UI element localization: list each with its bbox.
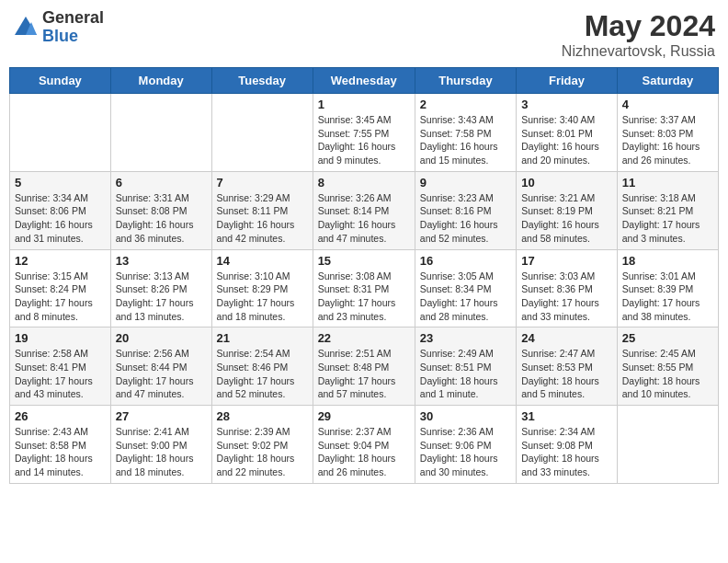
- calendar-cell: 30Sunrise: 2:36 AMSunset: 9:06 PMDayligh…: [415, 406, 516, 484]
- day-number: 31: [521, 409, 612, 423]
- logo: General Blue: [13, 9, 104, 46]
- day-info: Sunrise: 2:49 AMSunset: 8:51 PMDaylight:…: [420, 347, 511, 401]
- calendar-cell: 27Sunrise: 2:41 AMSunset: 9:00 PMDayligh…: [110, 406, 211, 484]
- weekday-header-sunday: Sunday: [10, 68, 111, 94]
- day-info: Sunrise: 3:03 AMSunset: 8:36 PMDaylight:…: [521, 270, 612, 324]
- day-number: 22: [318, 331, 410, 345]
- day-number: 29: [318, 409, 410, 423]
- day-info: Sunrise: 2:54 AMSunset: 8:46 PMDaylight:…: [217, 347, 308, 401]
- day-number: 2: [420, 98, 511, 111]
- calendar-cell: 15Sunrise: 3:08 AMSunset: 8:31 PMDayligh…: [313, 249, 415, 327]
- day-number: 30: [420, 409, 511, 423]
- day-number: 25: [622, 331, 713, 345]
- calendar-cell: 22Sunrise: 2:51 AMSunset: 8:48 PMDayligh…: [313, 327, 415, 406]
- day-info: Sunrise: 3:40 AMSunset: 8:01 PMDaylight:…: [521, 113, 612, 167]
- day-number: 4: [622, 98, 713, 111]
- day-number: 7: [217, 176, 308, 190]
- day-number: 5: [15, 176, 106, 190]
- calendar-cell: 1Sunrise: 3:45 AMSunset: 7:55 PMDaylight…: [313, 94, 415, 172]
- day-info: Sunrise: 3:05 AMSunset: 8:34 PMDaylight:…: [420, 270, 511, 324]
- logo-text: General Blue: [42, 9, 104, 46]
- calendar-cell: 7Sunrise: 3:29 AMSunset: 8:11 PMDaylight…: [211, 171, 313, 249]
- day-number: 23: [420, 331, 511, 345]
- title-block: May 2024 Nizhnevartovsk, Russia: [562, 9, 715, 60]
- calendar-cell: 31Sunrise: 2:34 AMSunset: 9:08 PMDayligh…: [517, 406, 618, 484]
- calendar-cell: 17Sunrise: 3:03 AMSunset: 8:36 PMDayligh…: [517, 249, 618, 327]
- weekday-header-monday: Monday: [110, 68, 211, 94]
- day-number: 17: [521, 254, 612, 268]
- logo-blue-text: Blue: [42, 28, 104, 46]
- calendar-cell: 10Sunrise: 3:21 AMSunset: 8:19 PMDayligh…: [517, 171, 618, 249]
- day-info: Sunrise: 3:08 AMSunset: 8:31 PMDaylight:…: [318, 270, 410, 324]
- calendar-cell: 9Sunrise: 3:23 AMSunset: 8:16 PMDaylight…: [415, 171, 516, 249]
- calendar-cell: [10, 94, 111, 172]
- day-info: Sunrise: 2:37 AMSunset: 9:04 PMDaylight:…: [318, 425, 410, 479]
- day-info: Sunrise: 3:43 AMSunset: 7:58 PMDaylight:…: [420, 113, 511, 167]
- day-number: 18: [622, 254, 713, 268]
- day-info: Sunrise: 3:45 AMSunset: 7:55 PMDaylight:…: [318, 113, 410, 167]
- calendar-table: SundayMondayTuesdayWednesdayThursdayFrid…: [9, 67, 719, 484]
- calendar-cell: 20Sunrise: 2:56 AMSunset: 8:44 PMDayligh…: [110, 327, 211, 406]
- day-number: 26: [15, 409, 106, 423]
- day-info: Sunrise: 2:47 AMSunset: 8:53 PMDaylight:…: [521, 347, 612, 401]
- day-info: Sunrise: 2:51 AMSunset: 8:48 PMDaylight:…: [318, 347, 410, 401]
- calendar-cell: 18Sunrise: 3:01 AMSunset: 8:39 PMDayligh…: [617, 249, 718, 327]
- day-number: 19: [15, 331, 106, 345]
- calendar-cell: 13Sunrise: 3:13 AMSunset: 8:26 PMDayligh…: [110, 249, 211, 327]
- calendar-cell: 16Sunrise: 3:05 AMSunset: 8:34 PMDayligh…: [415, 249, 516, 327]
- calendar-cell: 5Sunrise: 3:34 AMSunset: 8:06 PMDaylight…: [10, 171, 111, 249]
- calendar-cell: 4Sunrise: 3:37 AMSunset: 8:03 PMDaylight…: [617, 94, 718, 172]
- day-info: Sunrise: 3:23 AMSunset: 8:16 PMDaylight:…: [420, 191, 511, 246]
- day-info: Sunrise: 3:01 AMSunset: 8:39 PMDaylight:…: [622, 270, 713, 324]
- logo-general-text: General: [42, 9, 104, 28]
- day-info: Sunrise: 2:34 AMSunset: 9:08 PMDaylight:…: [521, 425, 612, 479]
- day-info: Sunrise: 3:13 AMSunset: 8:26 PMDaylight:…: [116, 270, 207, 324]
- logo-icon: [13, 15, 39, 40]
- calendar-cell: 2Sunrise: 3:43 AMSunset: 7:58 PMDaylight…: [415, 94, 516, 172]
- day-info: Sunrise: 2:58 AMSunset: 8:41 PMDaylight:…: [15, 347, 106, 401]
- calendar-week-3: 12Sunrise: 3:15 AMSunset: 8:24 PMDayligh…: [10, 249, 719, 327]
- calendar-cell: 12Sunrise: 3:15 AMSunset: 8:24 PMDayligh…: [10, 249, 111, 327]
- day-number: 12: [15, 254, 106, 268]
- calendar-cell: 24Sunrise: 2:47 AMSunset: 8:53 PMDayligh…: [517, 327, 618, 406]
- calendar-cell: 19Sunrise: 2:58 AMSunset: 8:41 PMDayligh…: [10, 327, 111, 406]
- day-number: 9: [420, 176, 511, 190]
- calendar-cell: 3Sunrise: 3:40 AMSunset: 8:01 PMDaylight…: [517, 94, 618, 172]
- day-number: 8: [318, 176, 410, 190]
- weekday-header-row: SundayMondayTuesdayWednesdayThursdayFrid…: [10, 68, 719, 94]
- day-number: 14: [217, 254, 308, 268]
- day-info: Sunrise: 3:26 AMSunset: 8:14 PMDaylight:…: [318, 191, 410, 246]
- day-info: Sunrise: 3:15 AMSunset: 8:24 PMDaylight:…: [15, 270, 106, 324]
- day-number: 15: [318, 254, 410, 268]
- day-info: Sunrise: 2:45 AMSunset: 8:55 PMDaylight:…: [622, 347, 713, 401]
- day-info: Sunrise: 3:18 AMSunset: 8:21 PMDaylight:…: [622, 191, 713, 246]
- day-info: Sunrise: 3:37 AMSunset: 8:03 PMDaylight:…: [622, 113, 713, 167]
- day-number: 6: [116, 176, 207, 190]
- day-info: Sunrise: 3:31 AMSunset: 8:08 PMDaylight:…: [116, 191, 207, 246]
- day-info: Sunrise: 3:10 AMSunset: 8:29 PMDaylight:…: [217, 270, 308, 324]
- day-number: 13: [116, 254, 207, 268]
- weekday-header-saturday: Saturday: [617, 68, 718, 94]
- calendar-cell: [211, 94, 313, 172]
- day-number: 24: [521, 331, 612, 345]
- calendar-cell: [617, 406, 718, 484]
- calendar-cell: 25Sunrise: 2:45 AMSunset: 8:55 PMDayligh…: [617, 327, 718, 406]
- day-info: Sunrise: 3:34 AMSunset: 8:06 PMDaylight:…: [15, 191, 106, 246]
- day-number: 11: [622, 176, 713, 190]
- calendar-week-5: 26Sunrise: 2:43 AMSunset: 8:58 PMDayligh…: [10, 406, 719, 484]
- day-number: 28: [217, 409, 308, 423]
- calendar-cell: 11Sunrise: 3:18 AMSunset: 8:21 PMDayligh…: [617, 171, 718, 249]
- calendar-cell: 14Sunrise: 3:10 AMSunset: 8:29 PMDayligh…: [211, 249, 313, 327]
- weekday-header-friday: Friday: [517, 68, 618, 94]
- location-subtitle: Nizhnevartovsk, Russia: [562, 43, 715, 60]
- weekday-header-wednesday: Wednesday: [313, 68, 415, 94]
- day-info: Sunrise: 3:21 AMSunset: 8:19 PMDaylight:…: [521, 191, 612, 246]
- calendar-cell: 26Sunrise: 2:43 AMSunset: 8:58 PMDayligh…: [10, 406, 111, 484]
- day-number: 20: [116, 331, 207, 345]
- calendar-cell: 21Sunrise: 2:54 AMSunset: 8:46 PMDayligh…: [211, 327, 313, 406]
- day-info: Sunrise: 2:39 AMSunset: 9:02 PMDaylight:…: [217, 425, 308, 479]
- day-number: 1: [318, 98, 410, 111]
- calendar-cell: 28Sunrise: 2:39 AMSunset: 9:02 PMDayligh…: [211, 406, 313, 484]
- day-number: 21: [217, 331, 308, 345]
- calendar-cell: 6Sunrise: 3:31 AMSunset: 8:08 PMDaylight…: [110, 171, 211, 249]
